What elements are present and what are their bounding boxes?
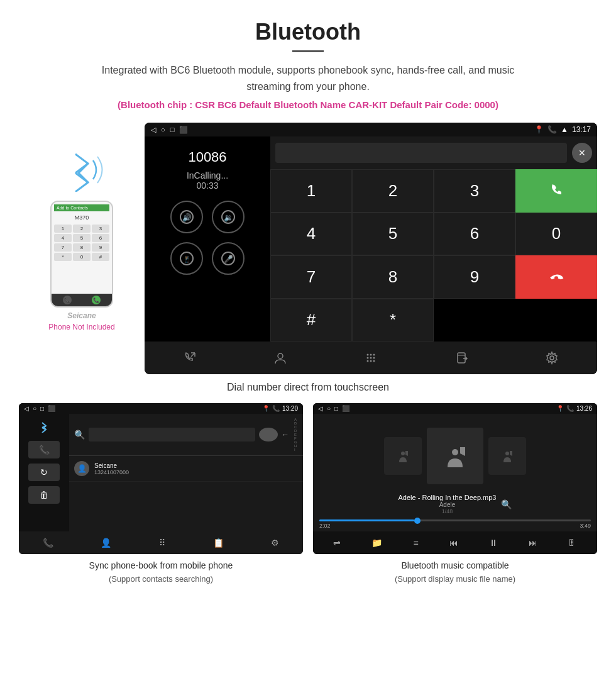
equalizer-icon[interactable]: 🎚 (568, 538, 576, 548)
pb-search-input[interactable] (89, 428, 255, 441)
progress-times: 2:02 3:49 (319, 523, 591, 529)
nav-contact-icon[interactable] (265, 342, 296, 374)
svg-point-13 (278, 353, 283, 358)
dial-key-3[interactable]: 3 (434, 169, 515, 213)
pb-delete-btn[interactable]: 🗑 (28, 486, 60, 504)
dial-key-5[interactable]: 5 (352, 213, 434, 256)
dial-key-1[interactable]: 1 (270, 169, 352, 213)
nav-dialpad-icon[interactable] (355, 342, 387, 374)
music-controls: ⇌ 📁 ≡ ⏮ ⏸ ⏭ 🎚 (313, 531, 597, 554)
page-header: Bluetooth Integrated with BC6 Bluetooth … (0, 0, 616, 116)
dial-key-hash[interactable]: # (270, 299, 352, 342)
phonebook-caption: Sync phone-book from mobile phone (Suppo… (89, 559, 233, 586)
call-red-btn[interactable] (515, 255, 597, 299)
location-icon: 📍 (534, 125, 544, 134)
main-section: Add to Contacts M370 1 2 3 4 5 6 7 8 9 *… (0, 123, 616, 374)
phone-key[interactable]: 1 (54, 225, 72, 233)
phone-key[interactable]: 0 (73, 253, 91, 261)
phone-screen: Add to Contacts M370 1 2 3 4 5 6 7 8 9 *… (52, 202, 112, 294)
wifi-icon: ▲ (561, 125, 568, 134)
dial-key-6[interactable]: 6 (434, 213, 515, 256)
time-current: 2:02 (319, 523, 331, 529)
phone-key[interactable]: 7 (54, 243, 72, 252)
pb-contact-item[interactable]: 👤 Seicane 13241007000 (69, 456, 303, 482)
music-call-icon: 📞 (566, 405, 574, 412)
svg-line-12 (191, 353, 195, 357)
music-progress: 2:02 3:49 (313, 517, 597, 531)
phone-end-btn[interactable]: 📞 (63, 296, 72, 304)
nav-transfer-icon[interactable] (446, 342, 477, 374)
call-green-btn[interactable] (515, 169, 597, 213)
pb-nav-dialpad[interactable]: ⠿ (159, 538, 165, 548)
dial-key-7[interactable]: 7 (270, 255, 352, 299)
dial-key-8[interactable]: 8 (352, 255, 434, 299)
square-icon: □ (170, 126, 175, 133)
car-screen: ◁ ○ □ ⬛ 📍 📞 ▲ 13:17 10086 InCalling... 0… (145, 123, 597, 374)
progress-bar-fill (319, 519, 414, 521)
home-icon: ○ (161, 126, 165, 133)
phone-key[interactable]: 4 (54, 234, 72, 242)
music-body: Adele - Rolling In the Deep.mp3 Adele 1/… (313, 414, 597, 531)
folder-icon[interactable]: 📁 (371, 538, 382, 548)
nav-settings-icon[interactable] (536, 342, 568, 374)
play-pause-icon[interactable]: ⏸ (489, 538, 498, 548)
pb-home-icon: ○ (33, 405, 36, 412)
phone-key[interactable]: 2 (73, 225, 91, 233)
mute-btn[interactable]: 🎤 (212, 242, 245, 275)
call-input-field[interactable] (275, 143, 567, 163)
time-total: 3:49 (580, 523, 591, 529)
pb-sidebar: 📞 ↻ 🗑 (19, 414, 69, 531)
transfer-btn[interactable]: 📱 (170, 242, 203, 275)
svg-line-1 (75, 173, 88, 182)
phone-container: Add to Contacts M370 1 2 3 4 5 6 7 8 9 *… (19, 123, 145, 331)
car-screen-body: 10086 InCalling... 00:33 🔊 🔉 📱 🎤 (145, 136, 597, 342)
call-status: InCalling... (187, 170, 228, 180)
pb-nav-transfer[interactable]: 📋 (213, 538, 224, 548)
volume-down-btn[interactable]: 🔉 (212, 201, 245, 233)
pb-back-arrow[interactable]: ← (282, 430, 289, 439)
svg-point-14 (367, 354, 369, 356)
music-caption: Bluetooth music compatible (Support disp… (395, 559, 515, 586)
volume-up-btn[interactable]: 🔊 (170, 201, 203, 233)
svg-point-22 (373, 360, 375, 362)
svg-point-17 (367, 357, 369, 359)
dial-key-0[interactable]: 0 (515, 213, 597, 256)
shuffle-icon[interactable]: ⇌ (333, 538, 341, 548)
music-recent-icon: ⬛ (342, 405, 349, 412)
phone-dialpad: 1 2 3 4 5 6 7 8 9 * 0 # (54, 225, 109, 261)
phone-key[interactable]: * (54, 253, 72, 261)
album-left (384, 437, 422, 475)
pb-nav-contact[interactable]: 👤 (101, 538, 111, 548)
dial-key-star[interactable]: * (352, 299, 434, 342)
pb-phone-btn[interactable]: 📞 (28, 441, 60, 458)
playlist-icon[interactable]: ≡ (413, 538, 418, 548)
back-icon: ◁ (151, 126, 156, 134)
svg-rect-23 (458, 353, 465, 363)
phone-key[interactable]: 9 (92, 243, 109, 252)
dial-key-9[interactable]: 9 (434, 255, 515, 299)
svg-text:🔊: 🔊 (182, 213, 192, 222)
call-timer: 00:33 (196, 180, 218, 191)
dial-key-4[interactable]: 4 (270, 213, 352, 256)
pb-nav-settings[interactable]: ⚙ (271, 538, 279, 548)
phone-key[interactable]: # (92, 253, 109, 261)
title-underline (292, 50, 324, 52)
pb-sync-btn[interactable]: ↻ (28, 464, 60, 481)
phone-call-btn[interactable]: 📞 (92, 296, 101, 304)
music-screen: ◁ ○ □ ⬛ 📍 📞 13:26 (313, 403, 597, 554)
pb-screen-body: 📞 ↻ 🗑 🔍 ← ABCDEFGHI (19, 414, 303, 531)
phone-key[interactable]: 6 (92, 234, 109, 242)
phone-key[interactable]: 5 (73, 234, 91, 242)
music-title: Adele - Rolling In the Deep.mp3 (399, 494, 497, 501)
progress-dot (414, 518, 421, 524)
dial-key-2[interactable]: 2 (352, 169, 434, 213)
next-icon[interactable]: ⏭ (529, 538, 537, 548)
music-search-icon[interactable]: 🔍 (501, 499, 512, 509)
seicane-logo: Seicane (67, 311, 96, 320)
phone-key[interactable]: 3 (92, 225, 109, 233)
phone-key[interactable]: 8 (73, 243, 91, 252)
nav-phone-icon[interactable] (174, 342, 206, 374)
delete-btn[interactable]: ✕ (572, 143, 592, 163)
pb-nav-phone[interactable]: 📞 (43, 538, 53, 548)
prev-icon[interactable]: ⏮ (449, 538, 458, 548)
